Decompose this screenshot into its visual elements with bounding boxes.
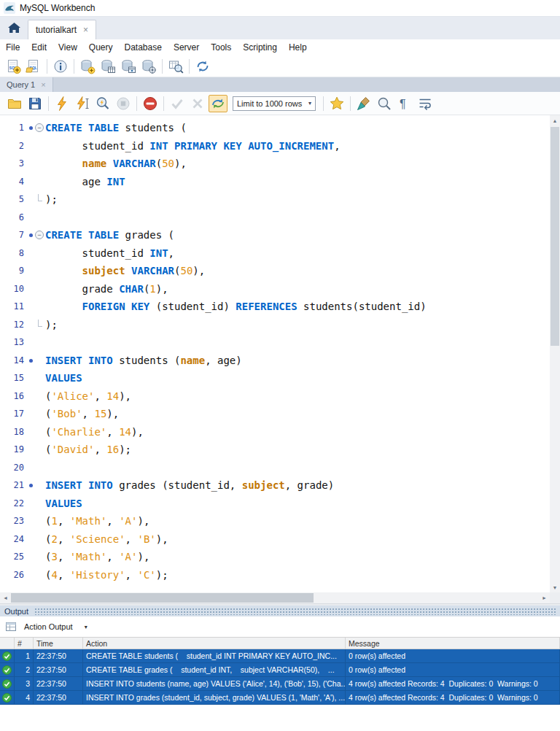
line-number: 8 (0, 248, 26, 258)
horizontal-scroll-track[interactable] (11, 592, 539, 603)
output-panel-title: Output (4, 607, 28, 616)
output-row[interactable]: 422:37:50INSERT INTO grades (student_id,… (0, 691, 560, 705)
code-line[interactable]: 12); (0, 316, 560, 334)
code-line[interactable]: 19('David', 16); (0, 441, 560, 459)
editor-horizontal-scrollbar[interactable]: ◄ ► (0, 592, 560, 603)
code-line[interactable]: 20 (0, 459, 560, 477)
code-line[interactable]: 9 subject VARCHAR(50), (0, 262, 560, 280)
code-line[interactable]: 21INSERT INTO grades (student_id, subjec… (0, 476, 560, 495)
code-line[interactable]: 15VALUES (0, 369, 560, 387)
code-line[interactable]: 1−CREATE TABLE students ( (0, 119, 560, 137)
gutter-marker (26, 352, 45, 370)
fold-collapse-icon[interactable]: − (35, 123, 44, 132)
row-time-cell: 22:37:50 (34, 663, 83, 676)
vertical-scroll-track[interactable] (550, 125, 560, 582)
line-number: 2 (0, 141, 26, 151)
code-line-text: subject VARCHAR(50), (45, 265, 205, 276)
commit-button[interactable] (168, 95, 187, 112)
code-line[interactable]: 6 (0, 209, 560, 227)
output-row[interactable]: 222:37:50CREATE TABLE grades ( student_i… (0, 663, 560, 677)
create-table-button[interactable] (98, 57, 118, 76)
menu-item-file[interactable]: File (0, 39, 26, 55)
code-line[interactable]: 22VALUES (0, 495, 560, 513)
home-tab-button[interactable] (0, 17, 28, 39)
rollback-button[interactable] (188, 95, 207, 112)
horizontal-scroll-thumb[interactable] (11, 593, 314, 603)
line-number: 15 (0, 373, 26, 383)
code-line[interactable]: 4 age INT (0, 173, 560, 191)
menu-item-tools[interactable]: Tools (205, 39, 237, 55)
code-line-text: INSERT INTO grades (student_id, subject,… (45, 479, 334, 491)
reconnect-dbms-button[interactable] (192, 57, 213, 76)
limit-rows-dropdown[interactable]: Limit to 1000 rows▾ (233, 96, 316, 111)
menu-item-database[interactable]: Database (119, 39, 168, 55)
execute-current-button[interactable] (73, 95, 92, 112)
menu-item-query[interactable]: Query (83, 39, 119, 55)
toggle-stop-on-error-button[interactable] (141, 95, 160, 112)
save-snippet-button[interactable] (327, 95, 346, 112)
gutter-marker (26, 512, 45, 530)
output-view-selector[interactable]: Action Output ▾ (21, 621, 90, 633)
create-schema-button[interactable] (77, 57, 98, 76)
fold-collapse-icon[interactable]: − (35, 231, 44, 239)
output-view-value: Action Output (24, 622, 73, 631)
code-line[interactable]: 13 (0, 333, 560, 352)
open-script-button[interactable] (5, 95, 24, 112)
search-table-data-button[interactable] (166, 57, 186, 76)
code-line[interactable]: 2 student_id INT PRIMARY KEY AUTO_INCREM… (0, 137, 560, 155)
wrap-text-button[interactable] (416, 95, 435, 112)
menu-item-edit[interactable]: Edit (26, 39, 52, 55)
row-status-cell (0, 677, 15, 690)
code-line[interactable]: 10 grade CHAR(1), (0, 280, 560, 298)
find-button[interactable] (375, 95, 394, 112)
code-line[interactable]: 3 name VARCHAR(50), (0, 155, 560, 173)
tab-tutorialkart[interactable]: tutorialkart × (28, 20, 96, 39)
create-routine-button[interactable] (139, 57, 159, 76)
gutter-marker (26, 209, 45, 227)
new-query-tab-button[interactable]: SQL (3, 57, 23, 76)
query-tab-close-icon[interactable]: × (41, 80, 45, 89)
code-line[interactable]: 23(1, 'Math', 'A'), (0, 512, 560, 530)
menu-item-scripting[interactable]: Scripting (237, 39, 283, 55)
code-line[interactable]: 17('Bob', 15), (0, 405, 560, 423)
save-script-button[interactable] (26, 95, 44, 112)
code-line[interactable]: 11 FOREIGN KEY (student_id) REFERENCES s… (0, 298, 560, 316)
invisible-chars-button[interactable]: ¶ (395, 95, 414, 112)
editor-vertical-scrollbar[interactable]: ▲ ▼ (550, 115, 560, 592)
beautify-button[interactable] (354, 95, 373, 112)
output-row[interactable]: 122:37:50CREATE TABLE students ( student… (0, 649, 560, 663)
code-line[interactable]: 7−CREATE TABLE grades ( (0, 226, 560, 244)
scroll-right-icon[interactable]: ► (539, 592, 550, 603)
toolbar-separator (163, 96, 164, 111)
line-number: 19 (0, 444, 26, 455)
open-sql-script-button[interactable]: SQL (23, 57, 44, 76)
scroll-down-icon[interactable]: ▼ (550, 582, 560, 592)
code-line[interactable]: 24(2, 'Science', 'B'), (0, 530, 560, 549)
toggle-autocommit-button[interactable] (209, 95, 228, 112)
create-view-button[interactable] (118, 57, 139, 76)
line-number: 5 (0, 194, 26, 204)
scroll-up-icon[interactable]: ▲ (550, 115, 560, 125)
sql-editor[interactable]: 1−CREATE TABLE students (2 student_id IN… (0, 115, 560, 592)
code-line[interactable]: 5); (0, 190, 560, 209)
code-line[interactable]: 26(4, 'History', 'C'); (0, 566, 560, 584)
code-line[interactable]: 8 student_id INT, (0, 244, 560, 263)
menu-item-view[interactable]: View (52, 39, 83, 55)
code-line[interactable]: 25(3, 'Math', 'A'), (0, 548, 560, 566)
explain-button[interactable] (93, 95, 112, 112)
menu-item-help[interactable]: Help (283, 39, 313, 55)
code-line[interactable]: 14INSERT INTO students (name, age) (0, 352, 560, 370)
code-area[interactable]: 1−CREATE TABLE students (2 student_id IN… (0, 115, 560, 584)
tab-query-1[interactable]: Query 1 × (0, 77, 53, 92)
stop-button[interactable] (114, 95, 133, 112)
scroll-left-icon[interactable]: ◄ (0, 592, 11, 603)
vertical-scroll-thumb[interactable] (551, 127, 559, 346)
code-line[interactable]: 16('Alice', 14), (0, 387, 560, 406)
output-row[interactable]: 322:37:50INSERT INTO students (name, age… (0, 677, 560, 691)
inspector-button[interactable] (50, 57, 71, 76)
tab-close-icon[interactable]: × (83, 25, 88, 35)
execute-button[interactable] (52, 95, 71, 112)
code-line-text: age INT (45, 176, 125, 187)
menu-item-server[interactable]: Server (168, 39, 205, 55)
code-line[interactable]: 18('Charlie', 14), (0, 423, 560, 441)
